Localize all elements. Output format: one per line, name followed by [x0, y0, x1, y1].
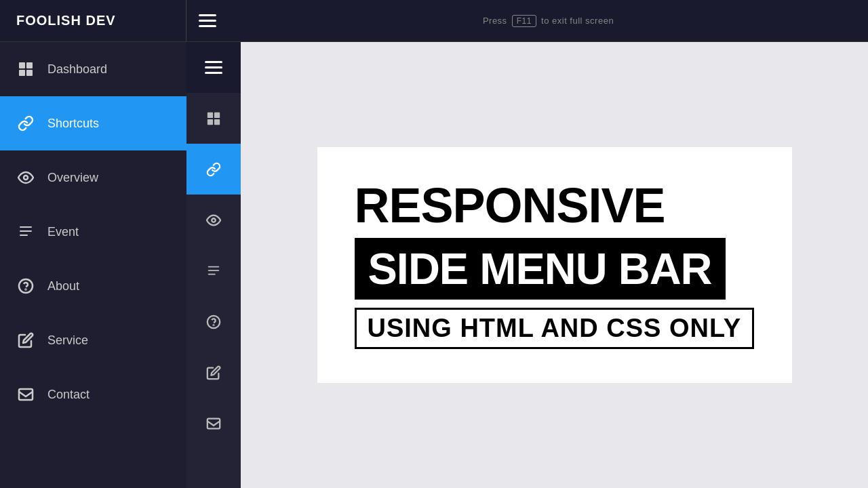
narrow-eye-icon [206, 213, 221, 228]
svg-rect-1 [26, 62, 33, 68]
svg-rect-10 [19, 389, 33, 400]
svg-rect-12 [214, 112, 220, 117]
svg-rect-21 [208, 418, 220, 428]
topbar-menu-button[interactable] [186, 0, 229, 41]
svg-point-15 [212, 218, 216, 222]
narrow-hamburger-icon [205, 61, 222, 74]
nav-label-event: Event [47, 225, 79, 239]
list-icon [16, 224, 35, 240]
card-line2: SIDE MENU BAR [355, 238, 726, 300]
narrow-dashboard[interactable] [186, 93, 241, 144]
narrow-event[interactable] [186, 245, 241, 296]
card-line1: RESPONSIVE [355, 181, 755, 230]
hint-press: Press [483, 16, 507, 26]
nav-item-event[interactable]: Event [0, 205, 186, 259]
svg-rect-0 [19, 62, 25, 68]
narrow-shortcuts[interactable] [186, 144, 241, 195]
narrow-service[interactable] [186, 347, 241, 398]
nav-item-overview[interactable]: Overview [0, 150, 186, 205]
contact-icon [16, 386, 35, 403]
question-icon [16, 278, 35, 294]
svg-point-20 [214, 325, 214, 325]
nav-label-dashboard: Dashboard [47, 62, 107, 77]
svg-rect-6 [20, 230, 32, 232]
svg-rect-2 [19, 70, 25, 76]
narrow-dashboard-icon [206, 111, 221, 126]
svg-rect-17 [208, 270, 220, 271]
svg-point-4 [24, 176, 28, 180]
main-layout: Dashboard Shortcuts Overview [0, 42, 868, 488]
narrow-pencil-icon [206, 365, 221, 380]
sidebar-wide: Dashboard Shortcuts Overview [0, 42, 186, 488]
narrow-contact[interactable] [186, 398, 241, 449]
brand-name: FOOLISH DEV [16, 13, 116, 28]
dashboard-icon [16, 61, 35, 77]
content-card: RESPONSIVE SIDE MENU BAR USING HTML AND … [317, 147, 792, 384]
f11-key: F11 [512, 15, 536, 27]
link-icon [16, 115, 35, 131]
svg-rect-5 [20, 226, 32, 228]
narrow-overview[interactable] [186, 195, 241, 245]
narrow-link-icon [206, 162, 221, 177]
hamburger-icon [199, 14, 216, 27]
narrow-question-icon [206, 314, 221, 329]
svg-rect-11 [208, 112, 213, 117]
svg-rect-14 [214, 119, 220, 124]
brand-logo: FOOLISH DEV [0, 0, 186, 41]
nav-item-dashboard[interactable]: Dashboard [0, 42, 186, 96]
narrow-about[interactable] [186, 296, 241, 347]
narrow-contact-icon [206, 416, 221, 431]
topbar: FOOLISH DEV Press F11 to exit full scree… [0, 0, 868, 42]
eye-icon [16, 169, 35, 186]
nav-label-contact: Contact [47, 388, 90, 402]
svg-rect-16 [208, 266, 220, 267]
svg-rect-7 [20, 235, 28, 236]
fullscreen-hint: Press F11 to exit full screen [229, 15, 868, 27]
nav-item-about[interactable]: About [0, 259, 186, 313]
svg-rect-18 [208, 273, 216, 274]
nav-label-shortcuts: Shortcuts [47, 117, 99, 131]
svg-rect-13 [208, 119, 213, 124]
hint-exit: to exit full screen [541, 16, 614, 26]
nav-item-contact[interactable]: Contact [0, 367, 186, 422]
narrow-list-icon [206, 264, 221, 279]
nav-label-service: Service [47, 333, 88, 348]
card-line3: USING HTML AND CSS ONLY [355, 308, 755, 349]
content-area: RESPONSIVE SIDE MENU BAR USING HTML AND … [241, 42, 868, 488]
svg-point-9 [26, 289, 26, 290]
nav-label-about: About [47, 279, 79, 293]
svg-rect-3 [26, 70, 33, 76]
nav-item-shortcuts[interactable]: Shortcuts [0, 96, 186, 150]
pencil-icon [16, 332, 35, 348]
nav-label-overview: Overview [47, 171, 98, 185]
nav-item-service[interactable]: Service [0, 313, 186, 367]
sidebar-narrow [186, 42, 241, 488]
narrow-menu-button[interactable] [186, 42, 241, 93]
